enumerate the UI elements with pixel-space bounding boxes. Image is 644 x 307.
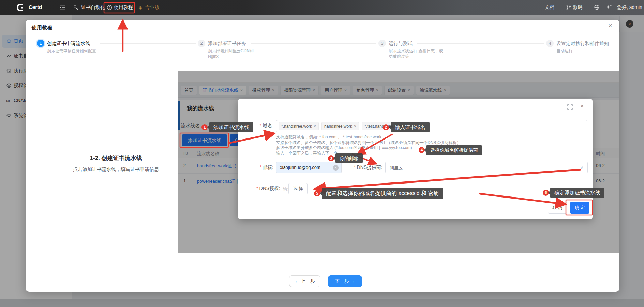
dialog-close-icon[interactable]: × — [580, 102, 584, 110]
nav-tutorial[interactable]: 使用教程 — [114, 4, 133, 11]
email-value: xiaojunnuo@qq.com — [280, 165, 320, 170]
step-desc-2: 演示部署到阿里云CDN和Nginx — [208, 48, 263, 59]
nav-source-code[interactable]: 源码 — [573, 4, 582, 11]
certd-logo — [16, 3, 25, 12]
dns-provider-value: 阿里云 — [390, 165, 403, 171]
dns-provider-select[interactable]: 阿里云 ∨ — [385, 162, 588, 173]
annotation-tooltip-5: 配置和选择你的域名提供商的 accessid 和 密钥 — [322, 188, 443, 199]
email-field[interactable]: xiaojunnuo@qq.com × — [276, 162, 342, 173]
annotation-tooltip-4: 选择你域名解析提供商 — [426, 145, 482, 155]
dns-provider-label: *DNS提供商: — [340, 164, 383, 171]
tag-close-icon[interactable]: × — [354, 124, 356, 129]
fullscreen-icon[interactable] — [567, 104, 573, 110]
nav-docs[interactable]: 文档 — [545, 4, 554, 11]
modal-title: 使用教程 — [32, 25, 52, 31]
step-connector — [100, 43, 196, 44]
svg-text:?: ? — [108, 6, 110, 9]
dns-auth-label: *DNS授权: — [238, 186, 280, 192]
clear-input-icon[interactable]: × — [333, 165, 339, 171]
step-circle-4: 4 — [546, 40, 554, 47]
step-title-1: 创建证书申请流水线 — [47, 41, 90, 47]
annotation-badge-5: 5 — [314, 190, 320, 196]
menu-fold-icon[interactable] — [59, 5, 65, 10]
question-circle-icon: ? — [107, 5, 112, 10]
git-branch-icon — [566, 5, 571, 10]
prev-step-button[interactable]: ← 上一步 — [289, 275, 320, 287]
key-icon — [73, 5, 79, 11]
email-field-label: *邮箱: — [238, 164, 273, 171]
domain-tag: handsfree.work× — [321, 122, 359, 130]
step-title-4: 设置定时执行和邮件通知 — [556, 41, 609, 47]
domain-tag: *.handsfree.work× — [279, 122, 319, 130]
step-connector — [251, 43, 376, 44]
tutorial-step-heading: 1-2. 创建证书流水线 — [48, 154, 184, 162]
step-title-2: 添加部署证书任务 — [208, 41, 246, 47]
step-connector — [417, 43, 544, 44]
annotation-tooltip-2: 输入证书域名 — [391, 122, 430, 132]
annotation-tooltip-3: 你的邮箱 — [335, 154, 363, 163]
modal-close-icon[interactable]: × — [606, 22, 614, 30]
user-greeting[interactable]: 您好, admin — [617, 4, 642, 11]
confirm-button[interactable]: 确 定 — [570, 202, 589, 214]
step-desc-1: 演示证书申请任务如何配置 — [47, 48, 98, 54]
tutorial-step-description: 点击添加证书流水线，填写证书申请信息 — [48, 166, 184, 173]
step-circle-3: 3 — [378, 40, 386, 47]
next-step-button[interactable]: 下一步 → — [328, 275, 362, 287]
pro-badge-icon: ◈ — [138, 5, 142, 10]
annotation-tooltip-6: 确定添加证书流水线 — [550, 188, 604, 198]
chevron-down-icon: ∨ — [580, 165, 583, 170]
tag-close-icon[interactable]: × — [314, 124, 316, 129]
brand-name: Certd — [29, 4, 42, 10]
step-desc-3: 演示流水线运行,查看日志，成功后跳过等 — [389, 48, 443, 59]
step-circle-2: 2 — [198, 40, 205, 47]
choose-dns-auth-button[interactable]: 选 择 — [288, 183, 308, 194]
topbar: Certd 证书自动化 ? 使用教程 ◈ 专业版 文档 源码 您好, admin — [0, 0, 644, 15]
add-pipeline-dialog: × *域名: *.handsfree.work× handsfree.work×… — [238, 99, 593, 219]
globe-icon[interactable] — [594, 4, 600, 10]
cancel-button[interactable]: 取 消 — [548, 202, 567, 214]
nav-pro-edition[interactable]: 专业版 — [145, 4, 160, 11]
step-circle-1: 1 — [37, 40, 44, 47]
domain-tags-input[interactable]: *.handsfree.work× handsfree.work× *.test… — [276, 120, 587, 132]
sparkles-icon[interactable] — [606, 4, 612, 10]
step-title-3: 运行与测试 — [389, 41, 413, 47]
nav-cert-automation[interactable]: 证书自动化 — [81, 4, 105, 11]
step-desc-4: 自动运行 — [556, 48, 614, 54]
annotation-tooltip-1: 添加证书流水线 — [209, 122, 253, 132]
annotation-badge-1: 1 — [201, 124, 208, 130]
annotation-badge-2: 2 — [383, 124, 389, 130]
